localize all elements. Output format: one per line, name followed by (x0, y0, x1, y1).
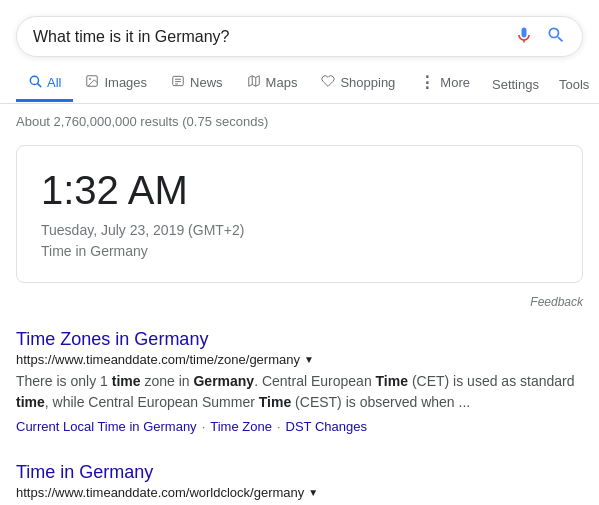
search-icon[interactable] (546, 25, 566, 48)
tab-news-label: News (190, 75, 223, 90)
result-item-2: Time in Germany https://www.timeanddate.… (0, 450, 599, 505)
date-line: Tuesday, July 23, 2019 (GMT+2) (41, 222, 244, 238)
tab-images[interactable]: Images (73, 66, 159, 102)
tab-images-label: Images (104, 75, 147, 90)
tab-shopping-label: Shopping (340, 75, 395, 90)
dropdown-arrow-2[interactable]: ▼ (308, 487, 318, 498)
result-links-1: Current Local Time in Germany · Time Zon… (16, 419, 583, 434)
tab-more-label: More (440, 75, 470, 90)
more-icon: ⋮ (419, 73, 435, 92)
search-icon-group (514, 25, 566, 48)
result-title-1[interactable]: Time Zones in Germany (16, 329, 583, 350)
images-icon (85, 74, 99, 91)
settings-link[interactable]: Settings (482, 69, 549, 100)
tab-news[interactable]: News (159, 66, 235, 102)
result-link-1-0[interactable]: Current Local Time in Germany (16, 419, 197, 434)
results-count: About 2,760,000,000 results (0.75 second… (0, 104, 599, 137)
result-title-2[interactable]: Time in Germany (16, 462, 583, 483)
search-input[interactable]: What time is it in Germany? (33, 28, 514, 46)
svg-line-1 (38, 84, 41, 87)
feedback-row: Feedback (0, 291, 599, 317)
result-link-1-1[interactable]: Time Zone (210, 419, 272, 434)
result-link-1-2[interactable]: DST Changes (286, 419, 367, 434)
tab-more[interactable]: ⋮ More (407, 65, 482, 103)
shopping-icon (321, 74, 335, 91)
dropdown-arrow-1[interactable]: ▼ (304, 354, 314, 365)
result-url-row-1: https://www.timeanddate.com/time/zone/ge… (16, 352, 583, 367)
time-display: 1:32 AM (41, 166, 558, 214)
search-bar: What time is it in Germany? (16, 16, 583, 57)
tab-maps[interactable]: Maps (235, 66, 310, 102)
feedback-link[interactable]: Feedback (530, 295, 583, 309)
result-url-1: https://www.timeanddate.com/time/zone/ge… (16, 352, 300, 367)
tab-all[interactable]: All (16, 66, 73, 102)
search-bar-wrapper: What time is it in Germany? (0, 0, 599, 57)
svg-point-3 (90, 78, 92, 80)
time-location: Time in Germany (41, 243, 148, 259)
maps-icon (247, 74, 261, 91)
sep: · (202, 419, 206, 434)
tools-link[interactable]: Tools (549, 69, 599, 100)
time-date: Tuesday, July 23, 2019 (GMT+2) Time in G… (41, 220, 558, 262)
nav-right-group: Settings Tools (482, 69, 599, 100)
nav-tabs: All Images News Maps Shopping ⋮ More Set… (0, 57, 599, 104)
result-item: Time Zones in Germany https://www.timean… (0, 317, 599, 442)
tab-maps-label: Maps (266, 75, 298, 90)
result-snippet-1: There is only 1 time zone in Germany. Ce… (16, 371, 583, 413)
result-url-2: https://www.timeanddate.com/worldclock/g… (16, 485, 304, 500)
sep: · (277, 419, 281, 434)
tab-shopping[interactable]: Shopping (309, 66, 407, 102)
svg-marker-8 (248, 76, 259, 87)
tab-all-label: All (47, 75, 61, 90)
all-icon (28, 74, 42, 91)
time-card: 1:32 AM Tuesday, July 23, 2019 (GMT+2) T… (16, 145, 583, 283)
news-icon (171, 74, 185, 91)
result-url-row-2: https://www.timeanddate.com/worldclock/g… (16, 485, 583, 500)
mic-icon[interactable] (514, 25, 534, 48)
